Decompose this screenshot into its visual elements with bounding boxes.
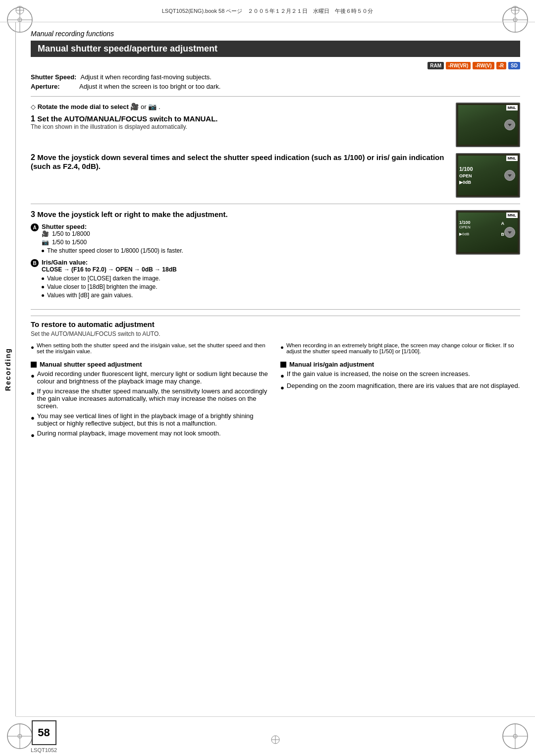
manual-shutter-item2: ● If you increase the shutter speed manu…: [31, 387, 270, 410]
step3-b-item3-text: Values with [dB] are gain values.: [47, 292, 133, 299]
step3-block: 3 Move the joystick left or right to mak…: [31, 210, 448, 219]
step1-number: 1: [31, 114, 37, 123]
page-number-box: 58: [32, 720, 56, 745]
step1-sub: The icon shown in the illustration is di…: [31, 123, 448, 130]
camera-screen-3: MNL A B 1/100 OPEN ▶0dB: [456, 210, 520, 255]
page-number: 58: [38, 726, 50, 739]
step3-a-heading: Shutter speed:: [42, 223, 448, 230]
badge-rwv: -RW(V): [473, 62, 494, 69]
arrow-down-icon: [508, 124, 512, 126]
ms-text2: If you increase the shutter speed manual…: [37, 387, 270, 410]
header-text: LSQT1052(ENG).book 58 ページ ２００５年１２月２１日 水曜…: [40, 7, 495, 15]
media-badges: RAM -RW(VR) -RW(V) -R SD: [31, 62, 520, 69]
black-square-shutter: [31, 362, 37, 368]
cam3-open: OPEN: [459, 225, 471, 229]
manual-shutter-item3: ● You may see vertical lines of light in…: [31, 412, 270, 427]
camera-icon: 📷: [42, 239, 49, 246]
footer-left: 58 LSQT1052: [31, 720, 57, 753]
top-note-left-bullet: ● When setting both the shutter speed an…: [31, 342, 270, 354]
page-footer: 58 LSQT1052: [16, 716, 535, 756]
shutter-speed-label: Shutter Speed:: [31, 73, 76, 81]
camera-speed-2: 1/100: [459, 165, 473, 173]
camera-mnl-badge-2: MNL: [506, 156, 518, 161]
manual-shutter-heading: Manual shutter speed adjustment: [31, 361, 270, 368]
step1-section: ◇ Rotate the mode dial to select 🎥 or 📷 …: [31, 103, 520, 147]
step2-block: 2 Move the joystick down several times a…: [31, 153, 448, 170]
mi-dot2: ●: [280, 384, 284, 391]
camera-a-marker: A: [501, 221, 505, 226]
step3-a-item3-text: The shutter speed closer to 1/8000 (1/50…: [47, 247, 183, 254]
step3-b-formula: CLOSE → (F16 to F2.0) → OPEN → 0dB → 18d…: [42, 266, 448, 273]
mi-text1: If the gain value is increased, the nois…: [287, 370, 470, 378]
ms-dot3: ●: [31, 414, 35, 422]
bullet-dot-b1: [42, 277, 44, 280]
cam3-speed: 1/100: [459, 220, 471, 225]
aperture-value: Adjust it when the screen is too bright …: [79, 83, 520, 90]
black-square-iris: [280, 362, 286, 368]
top-note-right-text: When recording in an extremely bright pl…: [286, 342, 520, 354]
step3-a-item1-text: 1/50 to 1/8000: [52, 230, 90, 237]
top-note-right-bullet: ● When recording in an extremely bright …: [280, 342, 520, 354]
header-crosshair-left: [15, 5, 25, 17]
ms-dot1: ●: [31, 372, 35, 379]
header-bar: LSQT1052(ENG).book 58 ページ ２００５年１２月２１日 水曜…: [0, 0, 535, 22]
recording-sidebar: Recording: [0, 22, 16, 716]
camera-gain-2: ▶0dB: [459, 179, 473, 186]
step3-heading: Move the joystick left or right to make …: [37, 210, 227, 218]
cam3-gain: ▶0dB: [459, 232, 469, 236]
step2-text: 2 Move the joystick down several times a…: [31, 153, 448, 170]
diamond-text: ◇ Rotate the mode dial to select 🎥 or 📷 …: [31, 103, 160, 110]
step3-b-item3: Values with [dB] are gain values.: [42, 292, 448, 299]
shutter-speed-value: Adjust it when recording fast-moving sub…: [80, 73, 520, 81]
aperture-label: Aperture:: [31, 83, 75, 90]
badge-r: -R: [496, 62, 507, 69]
step1-heading: Set the AUTO/MANUAL/FOCUS switch to MANU…: [37, 114, 217, 123]
step3-section: 3 Move the joystick left or right to mak…: [31, 210, 520, 303]
header-crosshair-right: [510, 5, 520, 17]
aperture-row: Aperture: Adjust it when the screen is t…: [31, 83, 520, 90]
top-note-left: ● When setting both the shutter speed an…: [31, 342, 270, 357]
step1-block: 1 Set the AUTO/MANUAL/FOCUS switch to MA…: [31, 114, 448, 123]
manual-shutter-heading-text: Manual shutter speed adjustment: [40, 361, 142, 368]
step3-a-item2-text: 1/50 to 1/500: [52, 239, 87, 246]
page-title: Manual shutter speed/aperture adjustment: [31, 41, 520, 57]
bullet-dot-b3: [42, 294, 44, 297]
step2-heading: Move the joystick down several times and…: [31, 153, 444, 170]
manual-iris-item1: ● If the gain value is increased, the no…: [280, 370, 520, 379]
camera-mnl-badge-3: MNL: [506, 213, 518, 218]
top-note-right: ● When recording in an extremely bright …: [280, 342, 520, 357]
camera-overlay-text-2: 1/100 OPEN ▶0dB: [459, 165, 473, 186]
ms-text3: You may see vertical lines of light in t…: [37, 412, 270, 427]
section-italic-title: Manual recording functions: [31, 30, 520, 38]
mi-text2: Depending on the zoom magnification, the…: [287, 382, 520, 389]
manual-iris-item2: ● Depending on the zoom magnification, t…: [280, 382, 520, 391]
step3-a-item1: 🎥 1/50 to 1/8000: [42, 230, 448, 237]
main-content: Manual recording functions Manual shutte…: [16, 22, 535, 451]
footer-code: LSQT1052: [31, 747, 57, 753]
restore-section: To restore to automatic adjustment Set t…: [31, 316, 520, 337]
camera-joystick-3: [504, 227, 515, 238]
step3-a-content: Shutter speed: 🎥 1/50 to 1/8000 📷 1/50 t…: [42, 223, 448, 256]
restore-heading: To restore to automatic adjustment: [31, 316, 520, 328]
ms-dot4: ●: [31, 432, 35, 439]
bullet-dot: [42, 250, 44, 252]
mi-dot1: ●: [280, 372, 284, 379]
camera-open-2: OPEN: [459, 173, 473, 179]
step2-section: 2 Move the joystick down several times a…: [31, 153, 520, 198]
top-note-left-text: When setting both the shutter speed and …: [37, 342, 270, 354]
movie-icon: 🎥: [42, 230, 49, 237]
manual-iris-heading-text: Manual iris/gain adjustment: [289, 361, 374, 368]
manual-shutter-item1: ● Avoid recording under fluorescent ligh…: [31, 370, 270, 385]
recording-label: Recording: [4, 348, 12, 391]
camera-screen-2: MNL 1/100 OPEN ▶0dB: [456, 153, 520, 198]
manual-shutter-col: Manual shutter speed adjustment ● Avoid …: [31, 361, 270, 441]
step3-b: B Iris/Gain value: CLOSE → (F16 to F2.0)…: [31, 259, 448, 300]
top-note-left-dot: ●: [31, 344, 34, 350]
step3-a-item3: The shutter speed closer to 1/8000 (1/50…: [42, 247, 448, 254]
ms-dot2: ●: [31, 389, 35, 397]
manual-iris-heading: Manual iris/gain adjustment: [280, 361, 520, 368]
restore-sub: Set the AUTO/MANUAL/FOCUS switch to AUTO…: [31, 330, 520, 337]
camera-display-1: MNL: [456, 103, 520, 147]
step3-b-item1: Value closer to [CLOSE] darken the image…: [42, 275, 448, 282]
arrow-down-icon-3: [508, 231, 512, 234]
